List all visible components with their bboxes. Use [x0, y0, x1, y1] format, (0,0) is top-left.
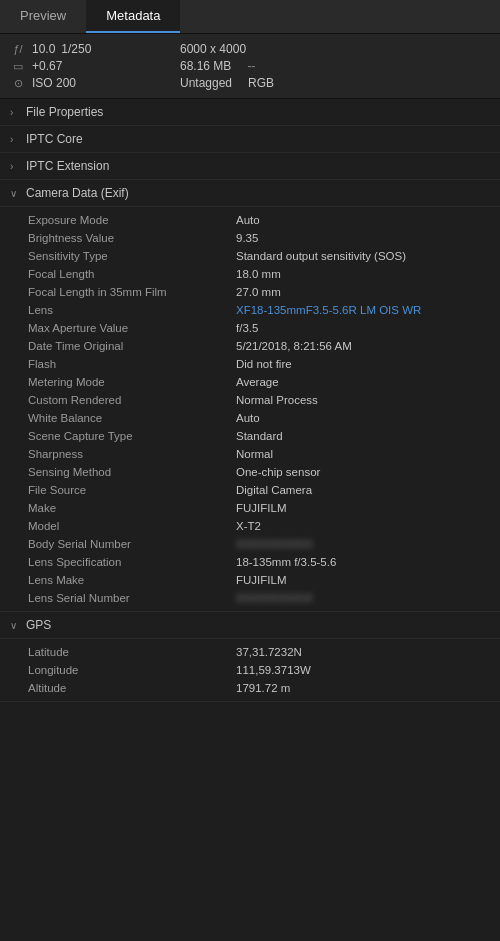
info-bar: ƒ/ 10.0 1/250 ▭ +0.67 ⊙ ISO 200 6000 x 4… [0, 34, 500, 99]
data-label: Latitude [28, 646, 228, 658]
data-label: Body Serial Number [28, 538, 228, 550]
section-camera-data[interactable]: ∨ Camera Data (Exif) [0, 180, 500, 207]
data-label: Lens [28, 304, 228, 316]
data-value: Normal Process [236, 394, 482, 406]
chevron-file-properties: › [10, 107, 20, 118]
table-row: Exposure ModeAuto [0, 211, 500, 229]
table-row: Date Time Original5/21/2018, 8:21:56 AM [0, 337, 500, 355]
color-profile-value: Untagged [180, 76, 232, 90]
data-value: Normal [236, 448, 482, 460]
iso-value: ISO 200 [32, 76, 76, 90]
data-label: Lens Make [28, 574, 228, 586]
table-row: Metering ModeAverage [0, 373, 500, 391]
data-value: One-chip sensor [236, 466, 482, 478]
info-row-ev: ▭ +0.67 [10, 59, 180, 73]
data-value: 18.0 mm [236, 268, 482, 280]
table-row: Altitude1791.72 m [0, 679, 500, 697]
data-label: Make [28, 502, 228, 514]
data-value: 1791.72 m [236, 682, 482, 694]
table-row: Sensitivity TypeStandard output sensitiv… [0, 247, 500, 265]
data-value: f/3.5 [236, 322, 482, 334]
filesize-secondary: -- [247, 59, 255, 73]
table-row: File SourceDigital Camera [0, 481, 500, 499]
table-row: Max Aperture Valuef/3.5 [0, 319, 500, 337]
ev-value: +0.67 [32, 59, 62, 73]
table-row: ModelX-T2 [0, 517, 500, 535]
table-row: Scene Capture TypeStandard [0, 427, 500, 445]
data-label: Custom Rendered [28, 394, 228, 406]
data-value: XXXXXXXXXX [236, 538, 482, 550]
shutter-value: 1/250 [61, 42, 91, 56]
table-row: Lens MakeFUJIFILM [0, 571, 500, 589]
data-value: 27.0 mm [236, 286, 482, 298]
table-row: Sensing MethodOne-chip sensor [0, 463, 500, 481]
filesize-value: 68.16 MB [180, 59, 231, 73]
data-value: Auto [236, 412, 482, 424]
data-value: Standard output sensitivity (SOS) [236, 250, 482, 262]
data-value: 18-135mm f/3.5-5.6 [236, 556, 482, 568]
color-space-value: RGB [248, 76, 274, 90]
data-value: 37,31.7232N [236, 646, 482, 658]
data-label: Focal Length [28, 268, 228, 280]
data-value: Digital Camera [236, 484, 482, 496]
data-value: 111,59.3713W [236, 664, 482, 676]
gps-data-rows: Latitude37,31.7232NLongitude111,59.3713W… [0, 639, 500, 702]
data-label: Lens Specification [28, 556, 228, 568]
data-label: Longitude [28, 664, 228, 676]
data-label: Flash [28, 358, 228, 370]
info-filesize-row: 68.16 MB -- [180, 59, 490, 73]
section-camera-data-label: Camera Data (Exif) [26, 186, 129, 200]
data-value: X-T2 [236, 520, 482, 532]
info-right: 6000 x 4000 68.16 MB -- Untagged RGB [180, 42, 490, 90]
data-label: Focal Length in 35mm Film [28, 286, 228, 298]
section-iptc-extension[interactable]: › IPTC Extension [0, 153, 500, 180]
data-value: XF18-135mmF3.5-5.6R LM OIS WR [236, 304, 482, 316]
aperture-value: 10.0 [32, 42, 55, 56]
table-row: MakeFUJIFILM [0, 499, 500, 517]
data-label: Lens Serial Number [28, 592, 228, 604]
section-iptc-core-label: IPTC Core [26, 132, 83, 146]
ev-icon: ▭ [10, 60, 26, 73]
section-gps[interactable]: ∨ GPS [0, 612, 500, 639]
data-label: Sensing Method [28, 466, 228, 478]
table-row: FlashDid not fire [0, 355, 500, 373]
data-value: Did not fire [236, 358, 482, 370]
data-value: Standard [236, 430, 482, 442]
chevron-camera-data: ∨ [10, 188, 20, 199]
info-left: ƒ/ 10.0 1/250 ▭ +0.67 ⊙ ISO 200 [10, 42, 180, 90]
tab-bar: Preview Metadata [0, 0, 500, 34]
section-file-properties[interactable]: › File Properties [0, 99, 500, 126]
data-label: Scene Capture Type [28, 430, 228, 442]
table-row: LensXF18-135mmF3.5-5.6R LM OIS WR [0, 301, 500, 319]
table-row: Focal Length in 35mm Film27.0 mm [0, 283, 500, 301]
data-label: Brightness Value [28, 232, 228, 244]
table-row: Brightness Value9.35 [0, 229, 500, 247]
table-row: Latitude37,31.7232N [0, 643, 500, 661]
chevron-iptc-extension: › [10, 161, 20, 172]
data-value: Average [236, 376, 482, 388]
data-label: Metering Mode [28, 376, 228, 388]
data-value: 5/21/2018, 8:21:56 AM [236, 340, 482, 352]
data-value: FUJIFILM [236, 502, 482, 514]
info-dimensions-row: 6000 x 4000 [180, 42, 490, 56]
camera-data-rows: Exposure ModeAutoBrightness Value9.35Sen… [0, 207, 500, 612]
table-row: SharpnessNormal [0, 445, 500, 463]
table-row: Longitude111,59.3713W [0, 661, 500, 679]
tab-preview[interactable]: Preview [0, 0, 86, 33]
data-label: Altitude [28, 682, 228, 694]
tab-metadata[interactable]: Metadata [86, 0, 180, 33]
chevron-iptc-core: › [10, 134, 20, 145]
info-row-aperture: ƒ/ 10.0 1/250 [10, 42, 180, 56]
section-iptc-core[interactable]: › IPTC Core [0, 126, 500, 153]
data-value: XXXXXXXXXX [236, 592, 482, 604]
table-row: Lens Specification18-135mm f/3.5-5.6 [0, 553, 500, 571]
table-row: Custom RenderedNormal Process [0, 391, 500, 409]
sections-container: › File Properties › IPTC Core › IPTC Ext… [0, 99, 500, 702]
data-value: Auto [236, 214, 482, 226]
data-label: Exposure Mode [28, 214, 228, 226]
aperture-icon: ƒ/ [10, 43, 26, 55]
dimensions-value: 6000 x 4000 [180, 42, 246, 56]
data-label: White Balance [28, 412, 228, 424]
section-file-properties-label: File Properties [26, 105, 103, 119]
table-row: White BalanceAuto [0, 409, 500, 427]
